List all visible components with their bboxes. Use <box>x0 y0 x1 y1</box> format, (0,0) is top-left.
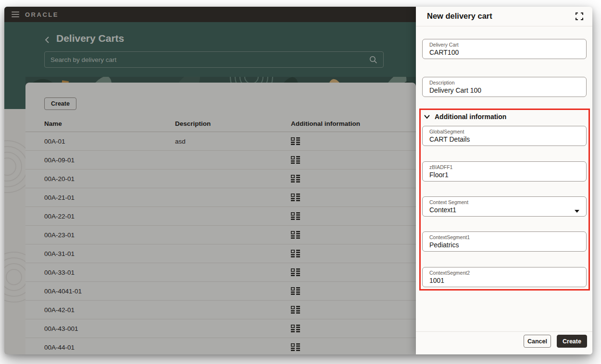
field-value: Delivery Cart 100 <box>429 86 579 95</box>
main-region: ORACLE Delivery Carts Search by delivery… <box>4 7 416 354</box>
field-delivery-cart[interactable]: Delivery Cart CART100 <box>422 39 587 59</box>
modal-dim-overlay <box>4 7 416 354</box>
field-globalsegment[interactable]: GlobalSegment CART Details <box>422 126 587 146</box>
create-submit-button[interactable]: Create <box>557 335 587 348</box>
field-value: CART Details <box>429 135 579 144</box>
field-value: Floor1 <box>429 170 579 180</box>
fullscreen-corners-icon <box>575 12 584 21</box>
field-label: ContextSegment1 <box>429 234 579 241</box>
expand-panel-button[interactable] <box>574 11 585 22</box>
field-label: GlobalSegment <box>429 129 579 135</box>
panel-footer: Cancel Create <box>416 331 592 354</box>
field-zbiadff1[interactable]: zBIADFF1 Floor1 <box>422 161 587 182</box>
field-label: ContextSegment2 <box>429 270 579 276</box>
field-label: Context Segment <box>429 199 579 206</box>
app-window: ORACLE Delivery Carts Search by delivery… <box>4 7 592 354</box>
field-value: 1001 <box>429 276 579 285</box>
additional-information-section-toggle[interactable]: Additional information <box>424 113 506 121</box>
field-label: Delivery Cart <box>429 42 579 48</box>
field-label: Description <box>429 80 579 86</box>
field-value: CART100 <box>429 48 579 57</box>
field-value: Context1 <box>429 206 579 215</box>
new-delivery-cart-panel: New delivery cart Delivery Cart CART100 … <box>416 7 592 354</box>
field-value: Pediatrics <box>429 241 579 250</box>
field-contextsegment2[interactable]: ContextSegment2 1001 <box>422 267 587 287</box>
field-description[interactable]: Description Delivery Cart 100 <box>422 77 587 97</box>
field-context-segment-select[interactable]: Context Segment Context1 <box>422 196 587 217</box>
section-title: Additional information <box>435 113 506 121</box>
field-contextsegment1[interactable]: ContextSegment1 Pediatrics <box>422 231 587 252</box>
chevron-down-icon <box>424 114 430 120</box>
caret-down-icon <box>575 206 579 215</box>
panel-title: New delivery cart <box>427 12 492 21</box>
cancel-button[interactable]: Cancel <box>524 335 551 348</box>
field-label: zBIADFF1 <box>429 164 579 170</box>
